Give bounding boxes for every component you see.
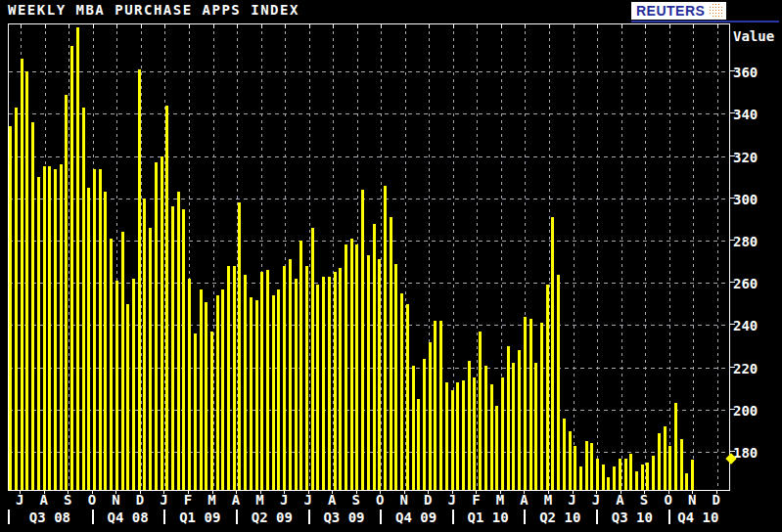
weekly-purchase-index-bar	[21, 59, 23, 490]
weekly-purchase-index-bar	[652, 456, 655, 490]
weekly-purchase-index-bar	[462, 380, 465, 490]
weekly-purchase-index-bar	[155, 162, 158, 490]
month-label: M	[200, 493, 224, 508]
weekly-purchase-index-bar	[473, 377, 476, 490]
month-tick	[213, 24, 214, 28]
month-tick	[381, 24, 382, 28]
vertical-gridline	[574, 24, 575, 490]
weekly-purchase-index-bar	[596, 459, 599, 490]
weekly-purchase-index-bar	[495, 406, 498, 490]
month-tick	[574, 24, 575, 28]
weekly-purchase-index-bar	[54, 169, 57, 490]
weekly-purchase-index-bar	[585, 441, 588, 490]
weekly-purchase-index-bar	[233, 266, 236, 490]
reuters-logo: REUTERS	[631, 2, 726, 20]
weekly-purchase-index-bar	[250, 297, 253, 490]
weekly-purchase-index-bar	[557, 275, 560, 490]
weekly-purchase-index-bar	[238, 202, 241, 490]
month-tick	[644, 490, 645, 494]
quarter-label: Q1 10	[452, 509, 525, 526]
weekly-purchase-index-bar	[328, 277, 331, 490]
weekly-purchase-index-bar	[540, 323, 543, 490]
weekly-purchase-index-bar	[434, 321, 437, 490]
month-tick	[20, 490, 21, 494]
month-label: F	[464, 493, 488, 508]
month-label: J	[152, 493, 176, 508]
weekly-purchase-index-bar	[339, 268, 342, 490]
month-label: D	[128, 493, 153, 508]
weekly-purchase-index-bar	[501, 377, 504, 490]
month-tick	[717, 24, 718, 28]
month-tick	[477, 24, 478, 28]
weekly-purchase-index-bar	[171, 206, 174, 490]
month-label: F	[176, 493, 201, 508]
weekly-purchase-index-bar	[316, 285, 319, 490]
weekly-purchase-index-bar	[574, 446, 576, 490]
vertical-gridline	[621, 24, 622, 490]
weekly-purchase-index-bar	[43, 166, 46, 490]
month-tick	[452, 490, 453, 494]
weekly-purchase-index-bar	[216, 295, 219, 490]
month-tick	[404, 490, 405, 494]
weekly-purchase-index-bar	[65, 95, 68, 490]
month-label: N	[104, 493, 128, 508]
y-axis-label: 320	[733, 151, 774, 164]
weekly-purchase-index-bar	[367, 255, 370, 490]
month-tick	[260, 490, 261, 494]
weekly-purchase-index-bar	[87, 188, 90, 490]
month-tick	[693, 24, 694, 28]
quarter-label: Q4 09	[380, 509, 452, 526]
y-axis-label: 220	[733, 362, 774, 376]
weekly-purchase-index-bar	[350, 239, 353, 490]
weekly-purchase-index-bar	[451, 390, 454, 490]
vertical-gridline	[597, 24, 598, 490]
weekly-purchase-index-bar	[104, 192, 107, 490]
month-tick	[115, 490, 116, 494]
vertical-gridline	[717, 24, 718, 490]
chart-plot-area[interactable]	[8, 23, 730, 491]
month-tick	[549, 24, 550, 28]
month-label: A	[320, 493, 345, 508]
weekly-purchase-index-bar	[468, 361, 471, 490]
weekly-purchase-index-bar	[161, 156, 163, 490]
month-tick	[428, 490, 429, 494]
month-tick	[308, 490, 309, 494]
weekly-purchase-index-bar	[334, 272, 337, 490]
weekly-purchase-index-bar	[423, 359, 426, 490]
quarter-label: Q1 09	[163, 509, 236, 526]
weekly-purchase-index-bar	[641, 465, 644, 490]
month-tick	[453, 24, 454, 28]
weekly-purchase-index-bar	[37, 177, 40, 490]
y-axis-title: Value	[733, 28, 774, 44]
month-label: M	[536, 493, 561, 508]
month-tick	[21, 24, 22, 28]
month-tick	[597, 24, 598, 28]
y-axis-label: 200	[733, 404, 774, 418]
month-label: O	[80, 493, 105, 508]
weekly-purchase-index-bar	[590, 443, 593, 490]
quarter-label: Q4 10	[668, 509, 728, 526]
weekly-purchase-index-bar	[479, 332, 482, 490]
weekly-purchase-index-bar	[412, 366, 415, 490]
weekly-purchase-index-bar	[490, 384, 493, 490]
month-tick	[500, 490, 501, 494]
weekly-purchase-index-bar	[417, 399, 420, 490]
weekly-purchase-index-bar	[283, 266, 286, 490]
weekly-purchase-index-bar	[311, 228, 314, 490]
weekly-purchase-index-bar	[658, 433, 661, 490]
weekly-purchase-index-bar	[345, 244, 347, 490]
weekly-purchase-index-bar	[613, 466, 616, 490]
weekly-purchase-index-bar	[624, 459, 627, 490]
weekly-purchase-index-bar	[394, 264, 397, 490]
logo-underline	[631, 21, 779, 22]
month-label: M	[488, 493, 513, 508]
weekly-purchase-index-bar	[210, 332, 213, 490]
quarter-label: Q4 08	[92, 509, 164, 526]
month-tick	[116, 24, 117, 28]
weekly-purchase-index-bar	[635, 471, 638, 490]
vertical-gridline	[645, 24, 646, 490]
weekly-purchase-index-bar	[9, 126, 12, 490]
weekly-purchase-index-bar	[373, 224, 376, 490]
weekly-purchase-index-bar	[664, 426, 667, 490]
weekly-purchase-index-bar	[82, 108, 85, 490]
